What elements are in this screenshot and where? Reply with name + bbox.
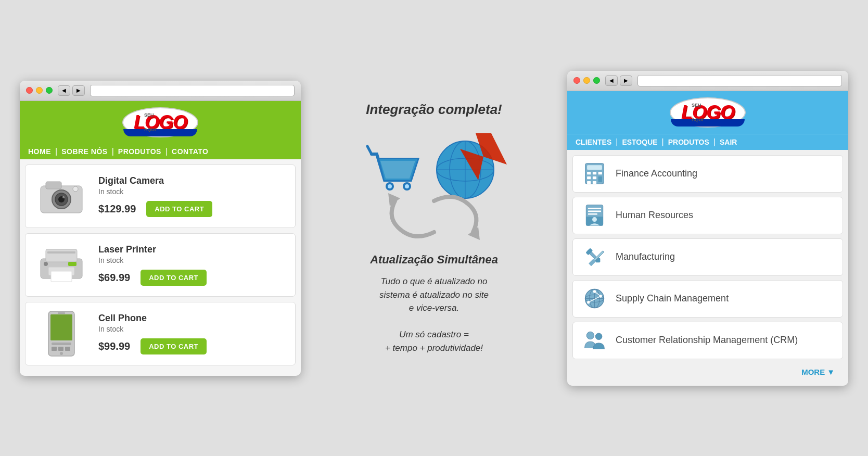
integration-title: Integração completa! — [366, 102, 502, 118]
svg-rect-17 — [52, 343, 71, 345]
product-name: Digital Camera — [98, 175, 288, 186]
left-titlebar: ◀ ▶ — [20, 81, 301, 101]
product-name: Laser Printer — [98, 244, 288, 255]
more-button[interactable]: MORE ▼ — [572, 363, 843, 381]
nav-sair[interactable]: SAIR — [720, 138, 737, 146]
product-stock: In stock — [98, 187, 288, 196]
svg-rect-44 — [592, 181, 596, 184]
svg-rect-13 — [47, 251, 75, 254]
middle-section: Integração completa! — [340, 91, 528, 365]
product-price-row: $129.99 ADD TO CART — [98, 201, 288, 217]
shop-content: Digital Camera In stock $129.99 ADD TO C… — [20, 159, 301, 376]
product-name: Cell Phone — [98, 313, 288, 324]
close-button[interactable] — [26, 87, 33, 94]
add-to-cart-phone[interactable]: ADD TO CART — [141, 338, 207, 354]
product-price: $99.99 — [98, 340, 130, 352]
module-hr[interactable]: Human Resources — [572, 197, 843, 234]
svg-point-24 — [388, 184, 392, 188]
calculator-icon — [581, 161, 607, 187]
svg-rect-10 — [51, 271, 72, 282]
svg-point-5 — [62, 196, 65, 198]
app-content: Finance Accounting Human Resources — [567, 150, 848, 386]
forward-button-right[interactable]: ▶ — [620, 75, 632, 86]
address-bar-right[interactable] — [637, 75, 842, 86]
svg-point-12 — [44, 262, 48, 266]
svg-rect-22 — [58, 312, 65, 314]
svg-rect-11 — [68, 262, 76, 266]
svg-point-26 — [405, 184, 409, 188]
svg-rect-47 — [588, 211, 601, 212]
nav-home[interactable]: HOME — [28, 147, 51, 156]
browser-nav-buttons: ◀ ▶ — [58, 85, 85, 96]
nav-estoque[interactable]: ESTOQUE — [622, 138, 657, 146]
product-info: Digital Camera In stock $129.99 ADD TO C… — [98, 175, 288, 217]
close-button-right[interactable] — [573, 77, 580, 84]
maximize-button[interactable] — [46, 87, 53, 94]
svg-rect-43 — [587, 181, 591, 184]
add-to-cart-camera[interactable]: ADD TO CART — [146, 201, 212, 217]
forward-button[interactable]: ▶ — [72, 85, 85, 96]
minimize-button[interactable] — [36, 87, 43, 94]
svg-rect-38 — [592, 172, 596, 174]
svg-rect-8 — [46, 249, 77, 262]
module-manufacturing[interactable]: Manufacturing — [572, 238, 843, 276]
svg-point-67 — [595, 333, 602, 340]
minimize-button-right[interactable] — [583, 77, 590, 84]
product-item: Laser Printer In stock $69.99 ADD TO CAR… — [25, 233, 296, 297]
product-item: Cell Phone In stock $99.99 ADD TO CART — [25, 302, 296, 365]
module-crm[interactable]: Customer Relationship Management (CRM) — [572, 322, 843, 359]
right-titlebar: ◀ ▶ — [567, 71, 848, 91]
nav-produtos-app[interactable]: PRODUTOS — [668, 138, 709, 146]
globe-icon — [581, 286, 607, 312]
integration-subtitle: Atualização Simultânea — [370, 253, 498, 267]
logo-aqui-right: AQUI — [692, 117, 704, 122]
svg-point-66 — [586, 332, 594, 339]
svg-rect-1 — [46, 182, 61, 189]
product-stock: In stock — [98, 325, 288, 333]
app-nav: CLIENTES | ESTOQUE | PRODUTOS | SAIR — [567, 134, 848, 150]
chevron-down-icon: ▼ — [827, 368, 835, 376]
integration-body: Tudo o que é atualizado no sistema é atu… — [379, 275, 489, 354]
product-price-row: $69.99 ADD TO CART — [98, 270, 288, 286]
module-supply-chain[interactable]: Supply Chain Management — [572, 280, 843, 318]
product-price-row: $99.99 ADD TO CART — [98, 338, 288, 354]
document-icon — [581, 202, 607, 229]
svg-rect-40 — [587, 176, 591, 179]
module-finance[interactable]: Finance Accounting — [572, 155, 843, 193]
back-button[interactable]: ◀ — [58, 85, 70, 96]
svg-rect-46 — [588, 208, 601, 209]
app-logo: SEU LOGO AQUI — [670, 97, 746, 128]
app-header: SEU LOGO AQUI — [567, 91, 848, 134]
svg-point-21 — [60, 352, 63, 355]
left-browser-window: ◀ ▶ SEU LOGO AQUI HOME | SOBRE NÓS | PRO… — [20, 81, 301, 376]
product-phone-icon — [33, 308, 90, 360]
svg-point-6 — [73, 186, 78, 192]
nav-produtos[interactable]: PRODUTOS — [118, 147, 161, 156]
svg-rect-42 — [598, 176, 602, 182]
product-price: $69.99 — [98, 272, 130, 284]
nav-clientes[interactable]: CLIENTES — [576, 138, 611, 146]
right-browser-window: ◀ ▶ SEU LOGO AQUI CLIENTES | ESTOQUE | P… — [567, 71, 848, 386]
svg-rect-36 — [587, 165, 602, 170]
svg-rect-19 — [58, 347, 63, 351]
product-item: Digital Camera In stock $129.99 ADD TO C… — [25, 164, 296, 228]
logo-arc-right — [671, 119, 745, 126]
nav-sobre[interactable]: SOBRE NÓS — [61, 147, 108, 156]
add-to-cart-printer[interactable]: ADD TO CART — [141, 270, 207, 286]
product-price: $129.99 — [98, 203, 136, 215]
tools-icon — [581, 244, 607, 270]
module-finance-label: Finance Accounting — [616, 168, 697, 179]
back-button-right[interactable]: ◀ — [605, 75, 618, 86]
svg-rect-41 — [592, 176, 596, 179]
product-info: Cell Phone In stock $99.99 ADD TO CART — [98, 313, 288, 354]
product-printer-icon — [33, 239, 90, 291]
logo-aqui: AQUI — [144, 127, 156, 132]
maximize-button-right[interactable] — [593, 77, 600, 84]
module-hr-label: Human Resources — [616, 210, 693, 221]
product-info: Laser Printer In stock $69.99 ADD TO CAR… — [98, 244, 288, 286]
address-bar[interactable] — [90, 85, 295, 96]
svg-rect-37 — [587, 172, 591, 174]
nav-contato[interactable]: CONTATO — [172, 147, 208, 156]
product-stock: In stock — [98, 256, 288, 264]
shop-nav: HOME | SOBRE NÓS | PRODUTOS | CONTATO — [20, 144, 301, 159]
